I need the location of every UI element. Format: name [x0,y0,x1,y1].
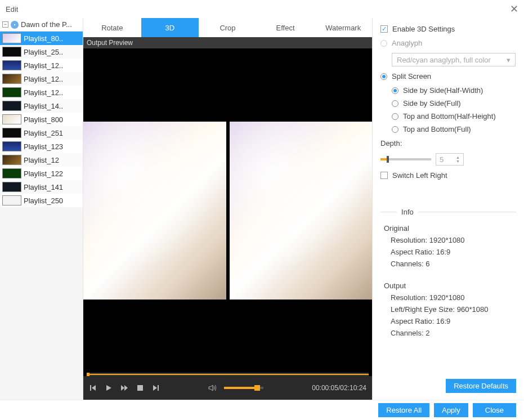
preview-body [83,48,372,373]
anaglyph-row[interactable]: Anaglyph [380,39,516,47]
tab-crop[interactable]: Crop [199,18,257,37]
playlist-label: Playlist_141 [24,183,63,191]
playlist-item[interactable]: Playlist_250 [0,194,83,207]
progress-bar[interactable] [87,373,369,376]
playlist-label: Playlist_12 [24,156,59,164]
footer: Restore All Apply Close [0,400,524,420]
restore-all-button[interactable]: Restore All [378,403,429,417]
anaglyph-select-value: Red/cyan anaglyph, full color [397,56,491,64]
player-controls: 00:00:05/02:10:24 [83,376,372,400]
tab-effect[interactable]: Effect [257,18,315,37]
playlist-item[interactable]: Playlist_251 [0,126,83,140]
chevron-down-icon: ▾ [507,56,510,64]
split-option[interactable]: Side by Side(Full) [392,99,516,108]
playlist-item[interactable]: Playlist_14.. [0,99,83,113]
split-option[interactable]: Top and Bottom(Full) [392,125,516,133]
progress-fill [87,373,89,376]
playlist-label: Playlist_251 [24,129,63,137]
sidebar: − Dawn of the P... Playlist_80..Playlist… [0,18,83,400]
spin-down-icon[interactable]: ▼ [456,159,460,163]
playlist-thumb [2,33,21,43]
tab-watermark[interactable]: Watermark [314,18,372,37]
playlist-thumb [2,101,21,111]
tree-collapse-icon[interactable]: − [2,21,8,28]
depth-slider[interactable] [380,158,431,160]
playlist-label: Playlist_14.. [24,102,63,110]
split-option[interactable]: Side by Side(Half-Width) [392,86,516,95]
switch-lr-label: Switch Left Right [392,171,447,180]
tree-root[interactable]: − Dawn of the P... [0,18,83,32]
playlist-item[interactable]: Playlist_12.. [0,86,83,99]
playlist-item[interactable]: Playlist_80.. [0,32,83,45]
split-options: Side by Side(Half-Width)Side by Side(Ful… [392,86,516,133]
volume-fill [224,387,258,389]
split-row[interactable]: Split Screen [380,72,516,81]
output-eyesize: Left/Right Eye Size: 960*1080 [391,305,516,314]
switch-lr-row[interactable]: Switch Left Right [380,171,516,180]
playlist-thumb [2,195,21,205]
playlist-label: Playlist_123 [24,142,63,151]
split-label: Split Screen [392,72,431,81]
play-icon[interactable] [105,384,113,392]
titlebar: Edit ✕ [0,0,524,18]
playlist-thumb [2,47,21,57]
playlist-label: Playlist_122 [24,169,63,178]
playlist-thumb [2,74,21,84]
settings-pane: Enable 3D Settings Anaglyph Red/cyan ana… [372,18,524,400]
next-icon[interactable] [152,384,160,392]
split-option-radio[interactable] [392,126,398,133]
stop-icon[interactable] [136,384,144,392]
output-resolution: Resolution: 1920*1080 [391,293,516,302]
switch-lr-checkbox[interactable] [380,172,388,179]
playlist-item[interactable]: Playlist_122 [0,167,83,180]
playlist-item[interactable]: Playlist_800 [0,113,83,126]
right-eye-frame [230,122,373,300]
volume-slider[interactable] [224,387,263,389]
anaglyph-label: Anaglyph [392,39,422,47]
playlist-label: Playlist_250 [24,196,63,205]
playlist-label: Playlist_80.. [24,34,63,43]
sbs-container [83,122,372,300]
split-option-radio[interactable] [392,87,398,94]
playlist-thumb [2,114,21,124]
close-icon[interactable]: ✕ [510,3,518,15]
playlist-item[interactable]: Playlist_12 [0,153,83,167]
restore-defaults-button[interactable]: Restore Defaults [446,379,516,393]
spin-up-icon[interactable]: ▲ [456,155,460,159]
playlist-item[interactable]: Playlist_141 [0,180,83,194]
info-output: Output Resolution: 1920*1080 Left/Right … [384,282,516,337]
tab-rotate[interactable]: Rotate [83,18,141,37]
main-area: − Dawn of the P... Playlist_80..Playlist… [0,18,524,400]
output-aspect: Aspect Ratio: 16:9 [391,317,516,325]
playlist-item[interactable]: Playlist_123 [0,140,83,153]
progress-track [89,374,369,375]
playlist-label: Playlist_12.. [24,88,63,97]
original-title: Original [384,224,516,233]
playlist-item[interactable]: Playlist_12.. [0,59,83,72]
apply-button[interactable]: Apply [434,403,468,417]
output-channels: Channels: 2 [391,329,516,337]
split-radio[interactable] [380,73,387,80]
enable-3d-row[interactable]: Enable 3D Settings [380,25,516,33]
split-option-radio[interactable] [392,113,398,120]
center-pane: Rotate3DCropEffectWatermark Output Previ… [83,18,372,400]
prev-icon[interactable] [89,384,97,392]
anaglyph-select[interactable]: Red/cyan anaglyph, full color ▾ [392,53,516,66]
split-option-label: Side by Side(Half-Width) [403,86,483,95]
volume-icon[interactable] [208,384,216,392]
playlist-item[interactable]: Playlist_25.. [0,45,83,59]
enable-3d-checkbox[interactable] [380,25,388,33]
depth-spinner[interactable]: 5 ▲ ▼ [436,153,464,166]
split-option-label: Side by Side(Full) [403,99,461,108]
anaglyph-radio[interactable] [380,40,387,47]
playlist-thumb [2,155,21,165]
close-button[interactable]: Close [473,403,516,417]
playlist-item[interactable]: Playlist_12.. [0,72,83,86]
disc-icon [11,21,19,29]
svg-rect-0 [137,385,143,391]
split-option[interactable]: Top and Bottom(Half-Height) [392,112,516,120]
fast-forward-icon[interactable] [120,384,128,392]
tab-3d[interactable]: 3D [141,18,199,37]
info-original: Original Resolution: 1920*1080 Aspect Ra… [384,224,516,268]
split-option-radio[interactable] [392,100,398,107]
